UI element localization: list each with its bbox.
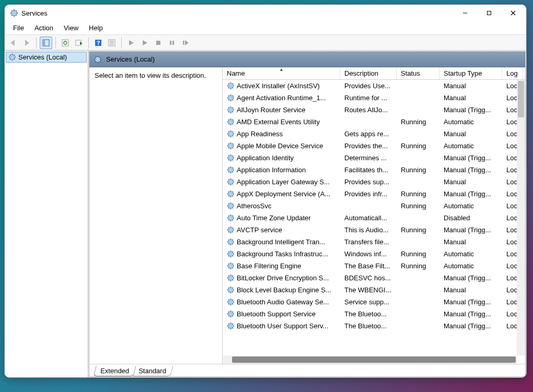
service-row[interactable]: Bluetooth Support ServiceThe Bluetoo...M… [223,308,525,320]
service-row[interactable]: Application Layer Gateway S...Provides s… [223,176,525,188]
tab-extended[interactable]: Extended [93,366,136,376]
service-row[interactable]: AppX Deployment Service (A...Provides in… [223,188,525,200]
tree-root-services-local[interactable]: Services (Local) [6,52,87,63]
service-startup: Automatic [439,202,502,210]
service-description: The Bluetoo... [340,310,397,318]
service-name: AtherosSvc [237,202,271,210]
service-icon [227,178,235,186]
toolbar: ? [5,35,526,51]
svg-text:?: ? [97,40,100,46]
service-startup: Manual (Trigg... [439,310,502,318]
column-header-description[interactable]: Description [340,67,397,79]
description-placeholder: Select an item to view its description. [95,72,206,79]
column-header-status[interactable]: Status [397,67,439,79]
service-row[interactable]: AtherosSvcRunningAutomaticLoc [223,200,525,212]
service-row[interactable]: AVCTP serviceThis is Audio...RunningManu… [223,224,525,236]
service-name: Bluetooth Support Service [237,310,316,318]
service-description: Determines ... [340,154,397,162]
properties-button[interactable] [106,37,118,49]
vertical-scrollbar[interactable] [517,80,525,355]
service-name: Application Layer Gateway S... [237,178,330,186]
column-header-logon[interactable]: Log [502,67,523,79]
gear-icon [8,53,16,61]
export-list-button[interactable] [73,37,85,49]
menu-file[interactable]: File [8,22,29,33]
horizontal-scrollbar[interactable] [223,355,517,364]
help-button[interactable]: ? [92,37,105,49]
service-icon [227,226,235,234]
service-row[interactable]: Bluetooth User Support Serv...The Blueto… [223,320,525,332]
maximize-button[interactable] [477,5,501,21]
menu-help[interactable]: Help [84,22,108,33]
gear-icon [94,55,102,64]
service-row[interactable]: Bluetooth Audio Gateway Se...Service sup… [223,296,525,308]
service-startup: Manual (Trigg... [439,154,502,162]
service-row[interactable]: Base Filtering EngineThe Base Filt...Run… [223,260,525,272]
service-status: Running [397,202,439,210]
service-icon [227,214,235,222]
forward-button[interactable] [20,37,33,49]
service-startup: Manual [439,94,502,102]
service-row[interactable]: Agent Activation Runtime_1...Runtime for… [223,92,525,104]
service-row[interactable]: ActiveX Installer (AxInstSV)Provides Use… [223,80,525,92]
start-service-alt-button[interactable] [138,37,151,49]
restart-service-button[interactable] [179,37,192,49]
service-name: Apple Mobile Device Service [237,142,323,150]
service-row[interactable]: Apple Mobile Device ServiceProvides the.… [223,140,525,152]
column-header-startup[interactable]: Startup Type [439,67,502,79]
close-button[interactable] [501,5,525,21]
service-row[interactable]: App ReadinessGets apps re...ManualLoc [223,128,525,140]
service-icon [227,142,235,150]
minimize-button[interactable] [453,5,477,21]
service-row[interactable]: Auto Time Zone UpdaterAutomaticall...Dis… [223,212,525,224]
service-row[interactable]: Application IdentityDetermines ...Manual… [223,152,525,164]
service-row[interactable]: Background Intelligent Tran...Transfers … [223,236,525,248]
pause-service-button[interactable] [166,37,178,49]
service-row[interactable]: Background Tasks Infrastruc...Windows in… [223,248,525,260]
sort-indicator-icon: ▲ [279,67,284,72]
service-name: Background Intelligent Tran... [237,238,325,246]
list-header: ▲ Name Description Status Startup Type L… [223,67,525,80]
service-description: Provides the... [340,142,397,150]
service-icon [227,166,235,174]
service-row[interactable]: AMD External Events UtilityRunningAutoma… [223,116,525,128]
service-startup: Manual (Trigg... [439,322,502,330]
service-name: Agent Activation Runtime_1... [237,94,326,102]
service-icon [227,274,235,282]
service-startup: Manual (Trigg... [439,226,502,234]
service-status: Running [397,250,439,258]
service-description: The WBENGI... [340,286,397,294]
service-description: Service supp... [340,298,397,306]
description-pane: Select an item to view its description. [89,67,223,364]
svg-rect-17 [43,40,45,46]
service-name: Auto Time Zone Updater [237,214,311,222]
service-icon [227,118,235,126]
svg-marker-29 [143,40,147,45]
vertical-scrollbar-thumb[interactable] [518,81,524,117]
back-button[interactable] [7,37,19,49]
service-name: Background Tasks Infrastruc... [237,250,328,258]
service-icon [227,286,235,294]
refresh-button[interactable] [59,37,72,49]
service-description: BDESVC hos... [340,274,397,282]
stop-service-button[interactable] [152,37,165,49]
svg-rect-18 [62,40,68,46]
service-row[interactable]: Block Level Backup Engine S...The WBENGI… [223,284,525,296]
start-service-button[interactable] [125,37,137,49]
show-hide-tree-button[interactable] [40,37,52,49]
service-row[interactable]: Application InformationFacilitates th...… [223,164,525,176]
menu-view[interactable]: View [59,22,84,33]
service-icon [227,238,235,246]
menu-action[interactable]: Action [29,22,59,33]
service-name: Bluetooth User Support Serv... [237,322,328,330]
tab-standard[interactable]: Standard [131,366,173,376]
service-description: The Bluetoo... [340,322,397,330]
service-description: Transfers file... [340,238,397,246]
service-status: Running [397,142,439,150]
service-row[interactable]: BitLocker Drive Encryption S...BDESVC ho… [223,272,525,284]
service-startup: Manual (Trigg... [439,274,502,282]
service-row[interactable]: AllJoyn Router ServiceRoutes AllJo...Man… [223,104,525,116]
service-description: Windows inf... [340,250,397,258]
horizontal-scrollbar-thumb[interactable] [232,357,516,363]
titlebar[interactable]: Services [5,5,526,21]
